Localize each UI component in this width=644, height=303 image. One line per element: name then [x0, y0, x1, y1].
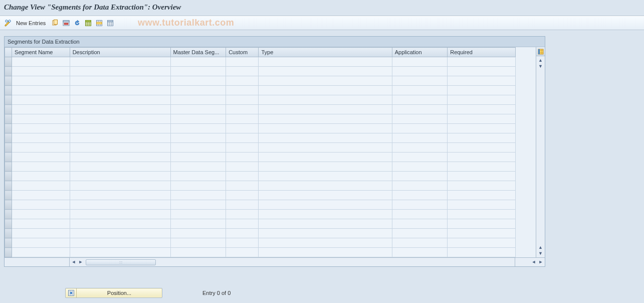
cell[interactable]	[12, 95, 70, 105]
cell[interactable]	[259, 238, 392, 248]
cell[interactable]	[259, 105, 392, 114]
cell[interactable]	[392, 162, 448, 172]
copy-as-button[interactable]	[51, 19, 60, 28]
table-row[interactable]	[5, 133, 516, 143]
table-row[interactable]	[5, 219, 516, 229]
cell[interactable]	[392, 76, 448, 86]
cell[interactable]	[448, 162, 516, 172]
cell[interactable]	[12, 67, 70, 76]
cell[interactable]	[226, 153, 259, 162]
table-row[interactable]	[5, 181, 516, 191]
table-row[interactable]	[5, 124, 516, 133]
deselect-all-button[interactable]	[106, 19, 115, 28]
cell[interactable]	[170, 172, 226, 181]
cell[interactable]	[259, 143, 392, 153]
table-row[interactable]	[5, 172, 516, 181]
cell[interactable]	[448, 200, 516, 210]
cell[interactable]	[392, 181, 448, 191]
delete-button[interactable]	[62, 19, 71, 28]
table-row[interactable]	[5, 162, 516, 172]
cell[interactable]	[12, 229, 70, 238]
cell[interactable]	[170, 67, 226, 76]
configure-columns-button[interactable]	[536, 47, 545, 56]
table-row[interactable]	[5, 143, 516, 153]
row-selector[interactable]	[5, 95, 12, 105]
scroll-left-icon[interactable]: ◄	[71, 259, 77, 265]
row-selector[interactable]	[5, 124, 12, 133]
cell[interactable]	[226, 200, 259, 210]
cell[interactable]	[12, 124, 70, 133]
cell[interactable]	[259, 124, 392, 133]
cell[interactable]	[12, 133, 70, 143]
cell[interactable]	[70, 248, 170, 257]
cell[interactable]	[12, 114, 70, 124]
cell[interactable]	[259, 67, 392, 76]
row-selector[interactable]	[5, 162, 12, 172]
cell[interactable]	[12, 191, 70, 200]
cell[interactable]	[226, 95, 259, 105]
cell[interactable]	[12, 181, 70, 191]
row-selector[interactable]	[5, 181, 12, 191]
row-selector[interactable]	[5, 238, 12, 248]
cell[interactable]	[392, 143, 448, 153]
cell[interactable]	[448, 86, 516, 95]
cell[interactable]	[392, 219, 448, 229]
cell[interactable]	[259, 114, 392, 124]
cell[interactable]	[226, 238, 259, 248]
cell[interactable]	[259, 200, 392, 210]
row-selector[interactable]	[5, 229, 12, 238]
cell[interactable]	[448, 248, 516, 257]
cell[interactable]	[226, 191, 259, 200]
cell[interactable]	[70, 114, 170, 124]
cell[interactable]	[448, 67, 516, 76]
col-application[interactable]: Application	[392, 48, 448, 57]
cell[interactable]	[448, 105, 516, 114]
row-selector[interactable]	[5, 172, 12, 181]
position-button[interactable]: Position...	[65, 288, 162, 298]
cell[interactable]	[259, 248, 392, 257]
table-row[interactable]	[5, 57, 516, 67]
cell[interactable]	[259, 57, 392, 67]
table-row[interactable]	[5, 200, 516, 210]
table-row[interactable]	[5, 248, 516, 257]
cell[interactable]	[226, 219, 259, 229]
scroll-right-end-icon[interactable]: ►	[538, 259, 544, 265]
cell[interactable]	[392, 57, 448, 67]
row-selector-header[interactable]	[5, 48, 12, 57]
cell[interactable]	[448, 95, 516, 105]
cell[interactable]	[226, 76, 259, 86]
cell[interactable]	[392, 229, 448, 238]
cell[interactable]	[259, 133, 392, 143]
cell[interactable]	[226, 172, 259, 181]
scroll-up-end-icon[interactable]: ▲	[538, 244, 544, 250]
cell[interactable]	[448, 191, 516, 200]
cell[interactable]	[226, 86, 259, 95]
scroll-thumb[interactable]: :::	[86, 259, 156, 265]
cell[interactable]	[392, 238, 448, 248]
cell[interactable]	[259, 95, 392, 105]
cell[interactable]	[226, 143, 259, 153]
cell[interactable]	[170, 153, 226, 162]
cell[interactable]	[170, 114, 226, 124]
cell[interactable]	[392, 210, 448, 219]
cell[interactable]	[70, 219, 170, 229]
cell[interactable]	[170, 76, 226, 86]
cell[interactable]	[70, 124, 170, 133]
cell[interactable]	[70, 191, 170, 200]
cell[interactable]	[12, 76, 70, 86]
cell[interactable]	[392, 67, 448, 76]
row-selector[interactable]	[5, 210, 12, 219]
row-selector[interactable]	[5, 219, 12, 229]
cell[interactable]	[226, 67, 259, 76]
cell[interactable]	[448, 153, 516, 162]
cell[interactable]	[170, 219, 226, 229]
cell[interactable]	[226, 105, 259, 114]
row-selector[interactable]	[5, 57, 12, 67]
cell[interactable]	[12, 86, 70, 95]
cell[interactable]	[12, 200, 70, 210]
cell[interactable]	[392, 124, 448, 133]
cell[interactable]	[392, 191, 448, 200]
cell[interactable]	[170, 238, 226, 248]
row-selector[interactable]	[5, 67, 12, 76]
cell[interactable]	[448, 238, 516, 248]
